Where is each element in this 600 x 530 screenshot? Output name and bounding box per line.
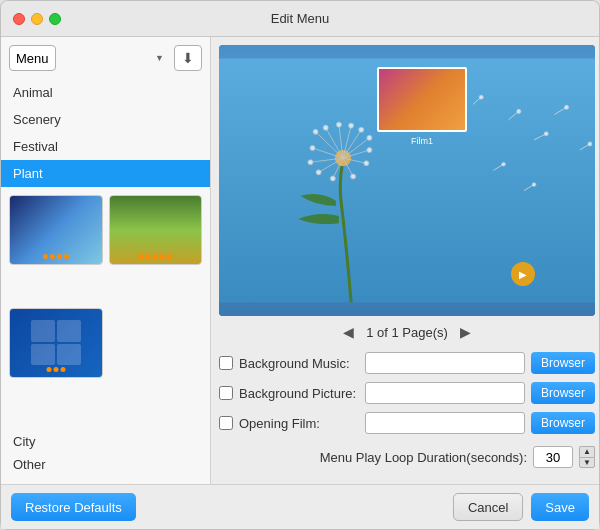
play-button[interactable]: ▶ [511, 262, 535, 286]
sidebar-item-other[interactable]: Other [13, 453, 198, 476]
download-button[interactable]: ⬇ [174, 45, 202, 71]
background-music-input[interactable] [365, 352, 525, 374]
thumb-3-dots [46, 367, 65, 372]
cancel-button[interactable]: Cancel [453, 493, 523, 521]
svg-point-23 [316, 170, 321, 175]
background-music-browser-button[interactable]: Browser [531, 352, 595, 374]
thumbnail-2[interactable] [109, 195, 203, 265]
svg-point-37 [588, 142, 592, 146]
traffic-lights [13, 13, 61, 25]
svg-point-21 [308, 160, 313, 165]
svg-point-3 [313, 129, 318, 134]
sidebar-bottom: City Other [1, 422, 210, 484]
pagination-text: 1 of 1 Page(s) [366, 325, 448, 340]
opening-film-browser-button[interactable]: Browser [531, 412, 595, 434]
loop-duration-spinner: ▲ ▼ [579, 446, 595, 468]
svg-point-39 [502, 162, 506, 166]
grid-cell-1 [31, 320, 55, 342]
thumbnails-grid [1, 187, 210, 422]
preview-area: Film1 ▶ [219, 45, 595, 316]
background-picture-browser-button[interactable]: Browser [531, 382, 595, 404]
svg-point-11 [359, 127, 364, 132]
opening-film-label: Opening Film: [239, 416, 359, 431]
save-button[interactable]: Save [531, 493, 589, 521]
svg-point-33 [544, 132, 548, 136]
svg-point-25 [330, 176, 335, 181]
restore-defaults-button[interactable]: Restore Defaults [11, 493, 136, 521]
grid-cell-4 [57, 344, 81, 366]
background-picture-label: Background Picture: [239, 386, 359, 401]
sidebar-item-festival[interactable]: Festival [1, 133, 210, 160]
opening-film-row: Opening Film: Browser [219, 412, 595, 434]
svg-point-41 [532, 183, 536, 187]
svg-point-19 [310, 145, 315, 150]
loop-duration-input[interactable] [533, 446, 573, 468]
svg-point-7 [336, 122, 341, 127]
loop-duration-label: Menu Play Loop Duration(seconds): [320, 450, 527, 465]
menu-list: Animal Scenery Festival Plant [1, 79, 210, 187]
thumbnail-3[interactable] [9, 308, 103, 378]
sidebar: Menu ⬇ Animal Scenery Festival Plant [1, 37, 211, 484]
titlebar: Edit Menu [1, 1, 599, 37]
thumb-2-dots [139, 254, 172, 259]
minimize-button[interactable] [31, 13, 43, 25]
background-music-checkbox[interactable] [219, 356, 233, 370]
loop-duration-row: Menu Play Loop Duration(seconds): ▲ ▼ [219, 442, 595, 472]
sidebar-item-scenery[interactable]: Scenery [1, 106, 210, 133]
loop-duration-up[interactable]: ▲ [579, 446, 595, 457]
pagination: ◀ 1 of 1 Page(s) ▶ [219, 316, 595, 348]
thumb-1-dots [43, 254, 69, 259]
sidebar-item-city[interactable]: City [13, 430, 198, 453]
window: Edit Menu Menu ⬇ Animal Scenery Festival… [0, 0, 600, 530]
sidebar-item-animal[interactable]: Animal [1, 79, 210, 106]
prev-page-arrow[interactable]: ◀ [343, 324, 354, 340]
dropdown-row: Menu ⬇ [1, 37, 210, 79]
main-content: Menu ⬇ Animal Scenery Festival Plant [1, 37, 599, 484]
menu-dropdown-wrapper: Menu [9, 45, 170, 71]
svg-point-27 [351, 174, 356, 179]
opening-film-checkbox[interactable] [219, 416, 233, 430]
background-music-label: Background Music: [239, 356, 359, 371]
background-picture-row: Background Picture: Browser [219, 382, 595, 404]
grid-pattern [31, 320, 81, 365]
svg-point-31 [517, 109, 521, 113]
menu-dropdown[interactable]: Menu [9, 45, 56, 71]
svg-point-15 [367, 147, 372, 152]
grid-cell-3 [31, 344, 55, 366]
svg-point-17 [364, 161, 369, 166]
bottom-bar: Restore Defaults Cancel Save [1, 484, 599, 529]
next-page-arrow[interactable]: ▶ [460, 324, 471, 340]
thumbnail-1[interactable] [9, 195, 103, 265]
background-music-row: Background Music: Browser [219, 352, 595, 374]
close-button[interactable] [13, 13, 25, 25]
bottom-right-buttons: Cancel Save [453, 493, 589, 521]
background-picture-input[interactable] [365, 382, 525, 404]
svg-point-13 [367, 135, 372, 140]
preview-thumbnail-overlay[interactable]: Film1 [377, 67, 467, 132]
opening-film-input[interactable] [365, 412, 525, 434]
right-panel: Film1 ▶ ◀ 1 of 1 Page(s) ▶ Background Mu… [211, 37, 599, 484]
thumbnail-overlay-label: Film1 [411, 136, 433, 146]
background-picture-checkbox[interactable] [219, 386, 233, 400]
svg-point-9 [349, 123, 354, 128]
loop-duration-down[interactable]: ▼ [579, 457, 595, 468]
maximize-button[interactable] [49, 13, 61, 25]
svg-point-5 [323, 125, 328, 130]
svg-point-35 [565, 105, 569, 109]
sidebar-item-plant[interactable]: Plant [1, 160, 210, 187]
svg-point-29 [479, 95, 483, 99]
settings-rows: Background Music: Browser Background Pic… [219, 348, 595, 476]
grid-cell-2 [57, 320, 81, 342]
window-title: Edit Menu [271, 11, 330, 26]
